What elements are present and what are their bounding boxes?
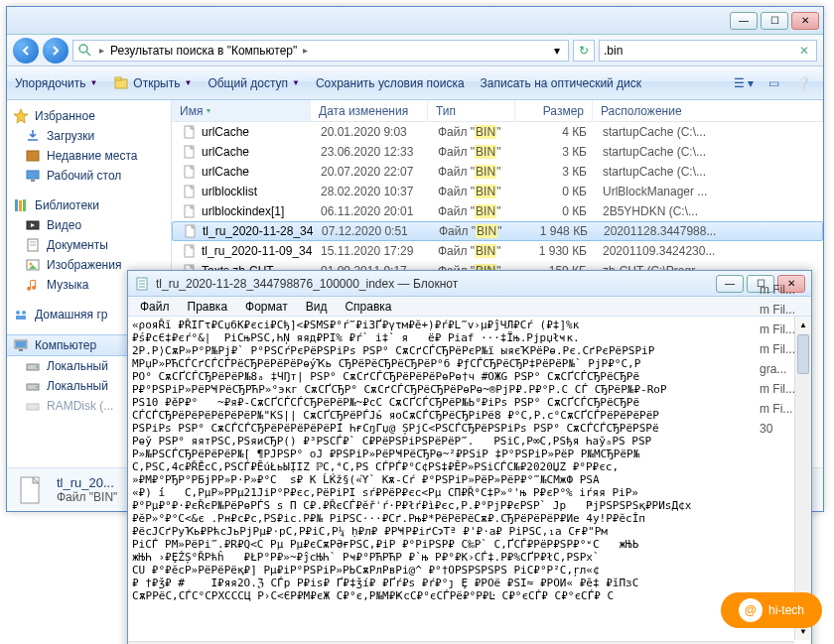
burn-button[interactable]: Записать на оптический диск — [481, 76, 642, 90]
organize-menu[interactable]: Упорядочить ▼ — [15, 76, 97, 90]
file-icon — [182, 184, 198, 199]
table-row[interactable]: urlCache20.07.2020 22:07Файл "BIN"3 КБst… — [172, 162, 823, 182]
sidebar-videos[interactable]: Видео — [7, 215, 171, 235]
sidebar-desktop[interactable]: Рабочий стол — [7, 166, 171, 186]
obscured-loc-tails: m Fil...m Fil...m Fil...m Fil...gra...m … — [760, 280, 795, 439]
pictures-icon — [25, 257, 41, 273]
col-location[interactable]: Расположение — [593, 100, 823, 121]
at-icon: @ — [739, 598, 763, 622]
table-row[interactable]: tl_ru_2020-11-28_34...07.12.2020 0:51Фай… — [172, 221, 823, 241]
notepad-title: tl_ru_2020-11-28_344798876_100000_index … — [156, 277, 458, 291]
scroll-up-icon[interactable]: ▲ — [795, 317, 811, 333]
svg-point-20 — [22, 311, 26, 315]
share-menu[interactable]: Общий доступ ▼ — [208, 76, 300, 90]
file-icon — [182, 124, 198, 140]
file-date: 20.07.2020 22:07 — [313, 165, 430, 179]
svg-rect-10 — [23, 199, 26, 211]
file-date: 07.12.2020 0:51 — [314, 224, 431, 238]
chevron-down-icon: ▼ — [184, 78, 192, 87]
minimize-button[interactable]: — — [730, 12, 758, 30]
details-type: Файл "BIN" — [57, 490, 117, 504]
table-row[interactable]: tl_ru_2020-11-09_34...15.11.2020 17:29Фа… — [172, 241, 823, 261]
download-icon — [25, 128, 41, 144]
file-name: tl_ru_2020-11-09_34... — [202, 244, 313, 258]
file-name: urlblocklist — [202, 185, 257, 198]
file-name: tl_ru_2020-11-28_34... — [203, 224, 314, 238]
documents-icon — [25, 237, 41, 253]
svg-point-19 — [16, 311, 20, 315]
file-name: urlCache — [202, 165, 249, 179]
file-location: startupCache (C:\... — [595, 125, 823, 139]
notepad-textarea[interactable]: «ροяŘĭ ₽ŘΙΓτ₽СџбК₽єсі₽Сђ]<₽ЅМЅ₽°ŕ‴₽і3Ґ₽γ… — [128, 317, 811, 640]
search-icon — [77, 43, 93, 59]
table-row[interactable]: urlCache23.06.2020 12:33Файл "BIN"3 КБst… — [172, 142, 823, 162]
preview-pane-button[interactable]: ▭ — [762, 72, 785, 94]
file-icon — [182, 203, 198, 219]
back-button[interactable] — [13, 38, 39, 64]
file-name: urlblockindex[1] — [202, 204, 284, 218]
table-row[interactable]: urlblocklist28.02.2020 10:37Файл "BIN"0 … — [172, 182, 823, 201]
file-location: UrlBlockManager ... — [595, 185, 823, 198]
svg-rect-3 — [115, 77, 121, 80]
drive-icon — [25, 398, 41, 414]
sidebar-recent[interactable]: Недавние места — [7, 146, 171, 166]
file-size: 0 КБ — [517, 185, 595, 198]
breadcrumb-dropdown[interactable]: ▾ — [550, 44, 564, 58]
scroll-thumb[interactable] — [797, 334, 809, 374]
svg-rect-8 — [15, 199, 18, 211]
svg-rect-21 — [16, 316, 26, 320]
desktop-icon — [25, 168, 41, 184]
svg-rect-29 — [27, 404, 39, 410]
file-type: Файл "BIN" — [430, 145, 517, 159]
breadcrumb-text: Результаты поиска в "Компьютер" — [110, 44, 297, 58]
svg-line-1 — [86, 52, 90, 56]
save-search-button[interactable]: Сохранить условия поиска — [316, 76, 465, 90]
col-size[interactable]: Размер — [515, 100, 593, 121]
np-minimize-button[interactable]: — — [716, 275, 744, 293]
refresh-button[interactable]: ↻ — [573, 40, 595, 62]
file-size: 3 КБ — [517, 145, 595, 159]
help-button[interactable]: ❔ — [791, 72, 815, 94]
star-icon — [13, 108, 29, 124]
menu-help[interactable]: Справка — [337, 298, 399, 316]
col-date[interactable]: Дата изменения — [311, 100, 428, 121]
open-menu[interactable]: Открыть ▼ — [113, 75, 192, 91]
file-location: 20201109.3424230... — [595, 244, 823, 258]
sidebar-documents[interactable]: Документы — [7, 235, 171, 255]
forward-button[interactable] — [43, 38, 69, 64]
search-box[interactable]: ✕ — [599, 40, 817, 62]
sidebar-favorites[interactable]: Избранное — [7, 106, 171, 126]
menu-file[interactable]: Файл — [132, 298, 178, 316]
clear-search-icon[interactable]: ✕ — [796, 44, 812, 58]
menu-edit[interactable]: Правка — [180, 298, 236, 316]
sidebar-downloads[interactable]: Загрузки — [7, 126, 171, 146]
maximize-button[interactable]: ☐ — [761, 12, 788, 30]
svg-rect-23 — [16, 341, 26, 347]
file-size: 4 КБ — [517, 125, 595, 139]
file-icon — [182, 243, 198, 259]
open-icon — [113, 75, 129, 91]
menu-format[interactable]: Формат — [237, 298, 296, 316]
table-row[interactable]: urlblockindex[1]06.11.2020 20:01Файл "BI… — [172, 201, 823, 221]
details-name: tl_ru_20... — [57, 475, 117, 490]
file-icon — [15, 474, 47, 506]
address-bar[interactable]: ▸ Результаты поиска в "Компьютер" ▸ ▾ — [72, 40, 569, 62]
table-row[interactable]: urlCache20.01.2020 9:03Файл "BIN"4 КБsta… — [172, 122, 823, 142]
view-options-button[interactable]: ☰ ▾ — [732, 72, 756, 94]
column-headers: Имя▾ Дата изменения Тип Размер Расположе… — [172, 100, 823, 122]
svg-marker-4 — [14, 109, 28, 123]
close-button[interactable]: ✕ — [791, 12, 819, 30]
col-name[interactable]: Имя▾ — [172, 100, 311, 121]
chevron-down-icon: ▼ — [292, 78, 300, 87]
file-date: 28.02.2020 10:37 — [313, 185, 430, 198]
menu-view[interactable]: Вид — [298, 298, 336, 316]
file-size: 1 930 КБ — [517, 244, 595, 258]
search-input[interactable] — [604, 44, 796, 58]
file-icon — [182, 144, 198, 160]
file-icon — [183, 223, 199, 239]
notepad-icon — [134, 276, 150, 292]
sort-indicator-icon: ▾ — [207, 106, 210, 115]
col-type[interactable]: Тип — [428, 100, 515, 121]
svg-point-17 — [30, 263, 33, 266]
sidebar-libraries[interactable]: Библиотеки — [7, 195, 171, 215]
